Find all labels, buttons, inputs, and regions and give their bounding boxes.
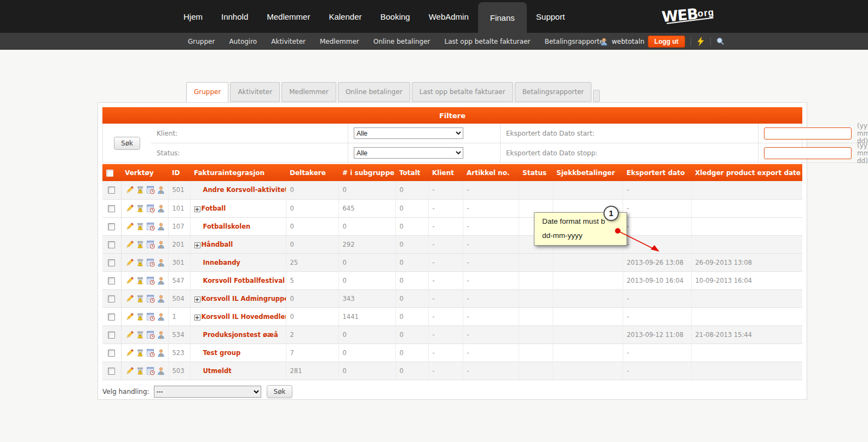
report-icon[interactable] [146, 330, 155, 339]
row-checkbox[interactable] [108, 241, 115, 248]
tab-grupper[interactable]: Grupper [186, 82, 228, 102]
members-icon[interactable] [157, 222, 165, 231]
members-icon[interactable] [157, 204, 165, 213]
delete-icon[interactable] [136, 348, 145, 357]
date-stop-input[interactable] [764, 147, 852, 159]
expand-icon[interactable]: + [194, 315, 200, 321]
expand-icon[interactable]: + [194, 296, 200, 303]
report-icon[interactable] [146, 185, 155, 194]
delete-icon[interactable] [136, 330, 145, 339]
report-icon[interactable] [146, 312, 155, 321]
delete-icon[interactable] [136, 222, 145, 231]
report-icon[interactable] [146, 222, 155, 231]
top-nav-item-finans[interactable]: Finans [478, 2, 527, 33]
top-nav-item-support[interactable]: Support [527, 0, 574, 33]
edit-icon[interactable] [125, 240, 134, 249]
top-nav-item-innhold[interactable]: Innhold [212, 0, 257, 33]
delete-icon[interactable] [136, 294, 145, 303]
report-icon[interactable] [146, 276, 155, 285]
edit-icon[interactable] [125, 367, 134, 375]
group-link[interactable]: Korsvoll IL Hovedmedlem [202, 313, 286, 321]
members-icon[interactable] [157, 258, 165, 267]
search-icon[interactable] [716, 37, 725, 45]
group-link[interactable]: Korsvoll Fotballfestival 1 [203, 277, 286, 284]
group-link[interactable]: Innebandy [203, 259, 240, 266]
edit-icon[interactable] [125, 294, 134, 303]
members-icon[interactable] [157, 276, 165, 285]
edit-icon[interactable] [125, 258, 134, 267]
tab-aktiviteter[interactable]: Aktiviteter [230, 82, 280, 102]
date-start-input[interactable] [764, 127, 852, 139]
top-nav-item-booking[interactable]: Booking [371, 0, 419, 33]
members-icon[interactable] [157, 294, 165, 303]
action-search-button[interactable]: Søk [267, 385, 293, 398]
top-nav-item-hjem[interactable]: Hjem [174, 0, 212, 33]
group-link[interactable]: Utmeldt [203, 367, 232, 375]
members-icon[interactable] [157, 330, 165, 339]
row-checkbox[interactable] [108, 368, 115, 375]
group-link[interactable]: Håndball [202, 241, 233, 248]
report-icon[interactable] [146, 204, 155, 213]
delete-icon[interactable] [136, 367, 145, 375]
klient-select[interactable]: Alle [354, 127, 463, 139]
group-link[interactable]: Korsvoll IL Admingrupper [202, 295, 286, 303]
members-icon[interactable] [157, 185, 165, 194]
row-checkbox[interactable] [108, 223, 115, 230]
top-nav-item-kalender[interactable]: Kalender [319, 0, 371, 33]
report-icon[interactable] [146, 258, 155, 267]
row-checkbox[interactable] [108, 350, 115, 357]
expand-icon[interactable]: + [194, 206, 200, 212]
sub-nav-item-autogiro[interactable]: Autogiro [222, 38, 264, 45]
delete-icon[interactable] [136, 185, 145, 194]
delete-icon[interactable] [136, 258, 145, 267]
select-all-checkbox[interactable] [106, 170, 113, 177]
action-select[interactable]: --- [154, 386, 261, 398]
report-icon[interactable] [146, 294, 155, 303]
sub-nav-item-aktiviteter[interactable]: Aktiviteter [264, 38, 313, 45]
sub-nav-item-medlemmer[interactable]: Medlemmer [313, 38, 366, 45]
tab-online-betalinger[interactable]: Online betalinger [338, 82, 410, 102]
delete-icon[interactable] [136, 240, 145, 249]
group-link[interactable]: Test group [203, 349, 241, 357]
row-checkbox[interactable] [108, 277, 115, 284]
row-checkbox[interactable] [108, 295, 115, 303]
logout-button[interactable]: Logg ut [648, 36, 685, 48]
report-icon[interactable] [146, 240, 155, 249]
report-icon[interactable] [146, 348, 155, 357]
tab-medlemmer[interactable]: Medlemmer [281, 82, 336, 102]
tab-last-opp-betalte-fakturaer[interactable]: Last opp betalte fakturaer [412, 82, 513, 102]
edit-icon[interactable] [125, 185, 134, 194]
group-link[interactable]: Andre Korsvoll-aktiviteter [203, 186, 286, 194]
row-checkbox[interactable] [108, 259, 115, 266]
tab-betalingsrapporter[interactable]: Betalingsrapporter [515, 82, 592, 102]
delete-icon[interactable] [136, 204, 145, 213]
sub-nav-item-last-opp-betalte-fakturaer[interactable]: Last opp betalte fakturaer [438, 38, 538, 45]
members-icon[interactable] [157, 240, 165, 249]
top-nav-item-medlemmer[interactable]: Medlemmer [257, 0, 319, 33]
filter-search-button[interactable]: Søk [114, 137, 140, 150]
delete-icon[interactable] [136, 276, 145, 285]
edit-icon[interactable] [125, 312, 134, 321]
delete-icon[interactable] [136, 312, 145, 321]
sub-nav-item-online-betalinger[interactable]: Online betalinger [366, 38, 438, 45]
row-checkbox[interactable] [108, 187, 115, 194]
members-icon[interactable] [157, 312, 165, 321]
report-icon[interactable] [146, 367, 155, 375]
edit-icon[interactable] [125, 330, 134, 339]
lightning-icon[interactable] [697, 37, 705, 46]
row-checkbox[interactable] [108, 205, 115, 212]
group-link[interactable]: Fotballskolen [203, 223, 251, 230]
row-checkbox[interactable] [108, 313, 115, 321]
top-nav-item-webadmin[interactable]: WebAdmin [419, 0, 478, 33]
expand-icon[interactable]: + [194, 242, 200, 248]
edit-icon[interactable] [125, 204, 134, 213]
row-checkbox[interactable] [108, 332, 115, 339]
group-link[interactable]: Produksjonstest øæå [203, 331, 278, 339]
edit-icon[interactable] [125, 348, 134, 357]
group-link[interactable]: Fotball [202, 205, 226, 212]
members-icon[interactable] [157, 367, 165, 375]
status-select[interactable]: Alle [354, 147, 463, 159]
edit-icon[interactable] [125, 276, 134, 285]
members-icon[interactable] [157, 348, 165, 357]
sub-nav-item-grupper[interactable]: Grupper [181, 38, 222, 45]
